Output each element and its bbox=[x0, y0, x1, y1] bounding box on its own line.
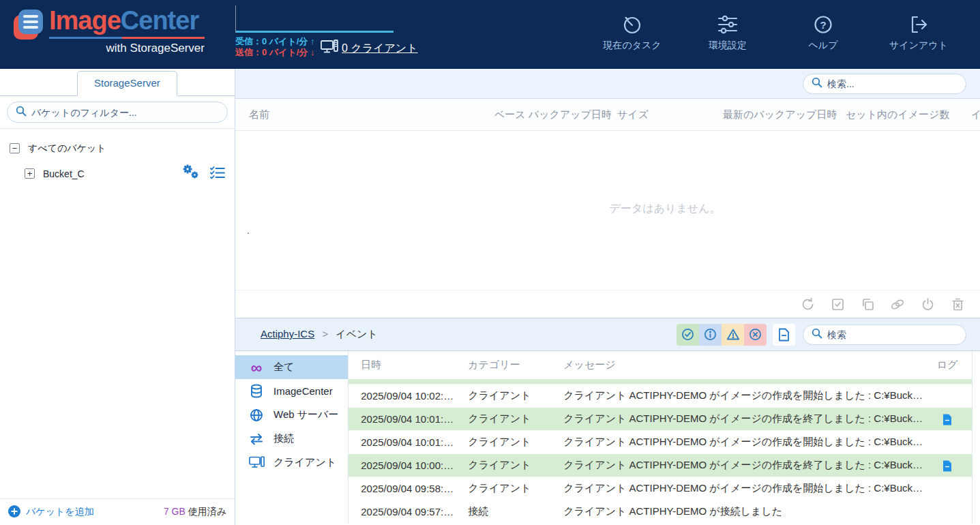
log-file-icon[interactable] bbox=[942, 460, 952, 472]
settings-button[interactable]: 環境設定 bbox=[680, 14, 775, 52]
category-imagecenter[interactable]: ImageCenter bbox=[235, 379, 348, 403]
stray-dot: . bbox=[247, 225, 250, 236]
refresh-icon[interactable] bbox=[800, 297, 815, 312]
images-search-input[interactable] bbox=[827, 78, 957, 89]
images-action-toolbar bbox=[235, 290, 980, 318]
breadcrumb-server-link[interactable]: Actiphy-ICS bbox=[261, 328, 314, 340]
event-row[interactable]: 2025/09/04 09:58:… クライアント クライアント ACTIPHY… bbox=[348, 477, 972, 500]
column-latest-backup[interactable]: 最新のバックアップ日時 bbox=[723, 108, 846, 121]
event-row[interactable]: 2025/09/04 10:00:… クライアント クライアント ACTIPHY… bbox=[348, 454, 972, 477]
app-title: ImageCenter bbox=[49, 5, 205, 35]
bucket-filter-box bbox=[7, 102, 228, 123]
menu-label: サインアウト bbox=[889, 40, 948, 52]
tab-storageserver[interactable]: StorageServer bbox=[77, 71, 177, 96]
svg-text:?: ? bbox=[820, 19, 826, 31]
up-arrow-icon: ↑ bbox=[310, 36, 315, 46]
tree-item-all-buckets[interactable]: − すべてのバケット bbox=[0, 136, 235, 161]
event-row[interactable]: 2025/09/04 09:57:… 接続 クライアント ACTIPHY-DEM… bbox=[348, 500, 972, 524]
check-circle-icon bbox=[681, 328, 694, 341]
search-icon bbox=[16, 106, 27, 119]
header-menu: 現在のタスク 環境設定 ? ヘルプ bbox=[584, 14, 966, 52]
help-button[interactable]: ? ヘルプ bbox=[775, 14, 871, 52]
error-filter-button[interactable] bbox=[744, 324, 767, 346]
category-connections[interactable]: 接続 bbox=[235, 427, 348, 451]
menu-label: 環境設定 bbox=[709, 40, 747, 52]
menu-label: ヘルプ bbox=[809, 40, 838, 52]
column-name[interactable]: 名前 bbox=[249, 108, 494, 121]
event-row[interactable]: 2025/09/04 10:02:… クライアント クライアント ACTIPHY… bbox=[348, 385, 972, 408]
link-icon[interactable] bbox=[890, 297, 905, 312]
client-monitor-icon bbox=[248, 456, 265, 469]
bucket-tasklist-icon[interactable] bbox=[210, 166, 225, 182]
event-row[interactable]: 2025/09/04 10:01:… クライアント クライアント ACTIPHY… bbox=[348, 431, 972, 454]
event-severity-filters bbox=[677, 324, 767, 346]
images-table-header: 名前 ベース バックアップ日時 サイズ 最新のバックアップ日時 セット内のイメー… bbox=[235, 99, 980, 131]
current-tasks-button[interactable]: 現在のタスク bbox=[584, 14, 680, 52]
warning-filter-button[interactable] bbox=[722, 324, 744, 346]
column-message[interactable]: メッセージ bbox=[563, 359, 923, 372]
images-table-body: データはありません。 . bbox=[235, 131, 980, 290]
sidebar-footer: バケットを追加 7 GB 使用済み bbox=[0, 498, 235, 525]
collapse-icon[interactable]: − bbox=[10, 143, 20, 153]
bucket-sidebar: StorageServer − すべてのバケット + Bucket_C bbox=[0, 69, 235, 525]
storage-usage: 7 GB 使用済み bbox=[164, 506, 226, 518]
info-icon bbox=[704, 328, 717, 341]
empty-state-text: データはありません。 bbox=[563, 202, 767, 216]
event-log-document-button[interactable] bbox=[773, 324, 795, 346]
category-web-server[interactable]: Web サーバー bbox=[235, 403, 348, 427]
events-table: 日時 カテゴリー メッセージ ログ 2025/09/04 10:02:… クライ… bbox=[348, 351, 972, 524]
sidebar-tab-bar: StorageServer bbox=[0, 69, 235, 96]
imagecenter-logo-icon bbox=[14, 10, 45, 41]
warning-triangle-icon bbox=[726, 328, 740, 341]
info-filter-button[interactable] bbox=[699, 324, 722, 346]
infinity-icon: ∞ bbox=[248, 361, 265, 374]
column-log[interactable]: ログ bbox=[923, 359, 972, 372]
globe-icon bbox=[248, 408, 265, 422]
partial-event-row[interactable] bbox=[348, 379, 972, 385]
tasks-icon bbox=[621, 14, 643, 35]
column-datetime[interactable]: 日時 bbox=[348, 359, 468, 372]
event-row[interactable]: 2025/09/04 10:01:… クライアント クライアント ACTIPHY… bbox=[348, 408, 972, 431]
tree-item-bucket-c[interactable]: + Bucket_C bbox=[0, 161, 235, 186]
power-icon[interactable] bbox=[920, 297, 935, 312]
delete-icon[interactable] bbox=[950, 297, 965, 312]
document-icon bbox=[778, 328, 790, 342]
events-search-box bbox=[803, 325, 966, 345]
category-clients[interactable]: クライアント bbox=[235, 451, 348, 475]
monitor-icon bbox=[321, 40, 338, 57]
breadcrumb-separator: > bbox=[322, 328, 328, 340]
copy-icon[interactable] bbox=[860, 297, 875, 312]
column-size[interactable]: サイズ bbox=[617, 108, 723, 121]
success-filter-button[interactable] bbox=[677, 324, 699, 346]
verify-icon[interactable] bbox=[830, 297, 845, 312]
column-category[interactable]: カテゴリー bbox=[468, 359, 563, 372]
category-all[interactable]: ∞ 全て bbox=[235, 355, 348, 379]
add-bucket-button[interactable]: バケットを追加 bbox=[8, 505, 94, 520]
plus-circle-icon bbox=[8, 505, 20, 520]
log-file-icon[interactable] bbox=[942, 414, 952, 425]
imagecenter-logo: ImageCenter with StorageServer bbox=[14, 5, 205, 64]
expand-icon[interactable]: + bbox=[25, 168, 35, 179]
menu-label: 現在のタスク bbox=[603, 40, 661, 52]
app-header: ImageCenter with StorageServer 受信：0 バイト/… bbox=[0, 0, 980, 69]
column-base-backup[interactable]: ベース バックアップ日時 bbox=[494, 108, 617, 121]
error-circle-icon bbox=[749, 328, 762, 341]
events-table-header: 日時 カテゴリー メッセージ ログ bbox=[348, 351, 972, 379]
bucket-settings-gears-icon[interactable] bbox=[182, 164, 201, 183]
column-image-count[interactable]: セット内のイメージ数 bbox=[846, 108, 971, 121]
logo-underline bbox=[49, 37, 205, 39]
settings-icon bbox=[716, 14, 739, 35]
column-truncated[interactable]: イ bbox=[971, 108, 980, 121]
connection-arrows-icon bbox=[248, 433, 265, 445]
signout-icon bbox=[908, 14, 930, 35]
events-panel: Actiphy-ICS > イベント bbox=[235, 318, 980, 524]
main-content: 名前 ベース バックアップ日時 サイズ 最新のバックアップ日時 セット内のイメー… bbox=[235, 69, 980, 525]
events-search-input[interactable] bbox=[827, 329, 957, 340]
images-toolbar bbox=[235, 69, 980, 99]
clients-link[interactable]: 0 クライアント bbox=[321, 40, 418, 57]
events-scrollbar[interactable] bbox=[972, 351, 980, 524]
bucket-filter-input[interactable] bbox=[31, 107, 219, 118]
signout-button[interactable]: サインアウト bbox=[871, 14, 966, 52]
help-icon: ? bbox=[812, 14, 834, 35]
images-panel: 名前 ベース バックアップ日時 サイズ 最新のバックアップ日時 セット内のイメー… bbox=[235, 69, 980, 318]
